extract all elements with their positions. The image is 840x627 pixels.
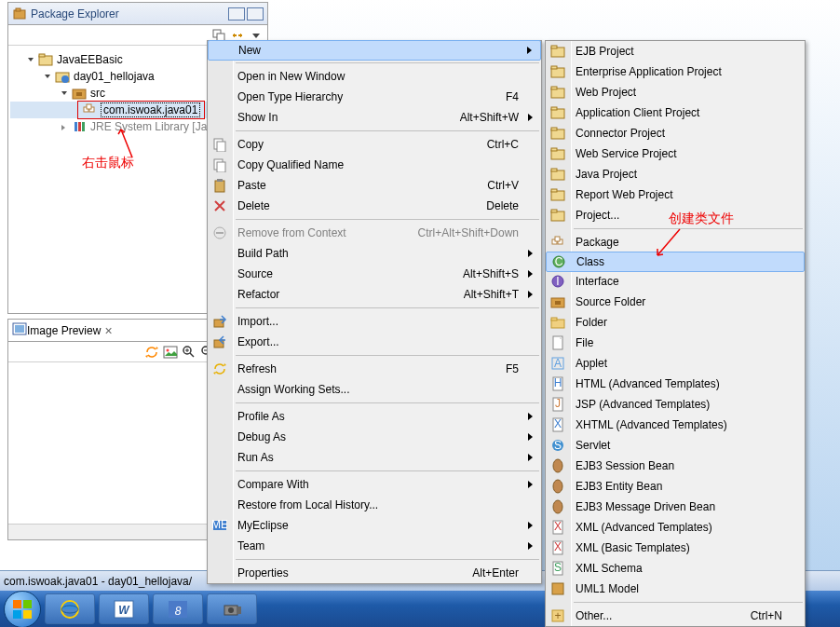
start-button[interactable] [4,591,41,628]
menu-item-delete[interactable]: DeleteDelete [208,196,541,216]
menu-separator [236,402,539,403]
menu-item-web-service-project[interactable]: Web Service Project [546,143,805,164]
svg-rect-42 [217,142,225,152]
refresh-icon [212,361,227,376]
taskbar-app8[interactable]: 8 [153,593,203,624]
menu-item-debug-as[interactable]: Debug As [208,427,541,447]
menu-item-xhtml-advanced-templates[interactable]: XXHTML (Advanced Templates) [546,415,805,435]
menu-item-label: MyEclipse [237,519,519,532]
folder-icon [550,315,565,330]
menu-item-refresh[interactable]: RefreshF5 [208,359,541,379]
menu-item-other[interactable]: +Other...Ctrl+N [546,606,805,626]
twisty-icon[interactable] [61,89,70,98]
twisty-icon[interactable] [27,55,36,64]
submenu-arrow-icon [528,250,534,257]
svg-text:I: I [556,275,559,288]
menu-item-report-web-project[interactable]: Report Web Project [546,184,805,205]
menu-item-new[interactable]: New [208,40,541,61]
project-icon [38,52,53,67]
menu-item-myeclipse[interactable]: MEMyEclipse [208,515,541,536]
maximize-button[interactable] [247,7,264,20]
submenu-arrow-icon [528,291,534,298]
menu-item-label: Web Service Project [576,147,782,160]
svg-rect-5 [39,54,45,57]
menu-item-label: Restore from Local History... [237,498,519,511]
status-text: com.iswoak.java01 - day01_hellojava/ [4,575,192,588]
menu-item-team[interactable]: Team [208,536,541,556]
menu-item-ejb-project[interactable]: EJB Project [546,41,805,61]
svg-rect-12 [87,104,91,109]
menu-item-java-project[interactable]: Java Project [546,164,805,184]
menu-item-open-in-new-window[interactable]: Open in New Window [208,66,541,87]
menu-shortcut: Alt+Enter [472,566,519,579]
taskbar-camera[interactable] [207,593,257,624]
submenu-arrow-icon [528,481,534,488]
close-icon[interactable]: × [104,323,112,338]
html-icon: H [550,376,565,391]
sync-icon[interactable] [144,345,159,360]
image-icon[interactable] [163,345,178,360]
menu-item-label: XML Schema [576,562,782,575]
menu-item-source-folder[interactable]: Source Folder [546,292,805,312]
menu-item-label: EJB3 Message Driven Bean [576,500,782,513]
menu-item-application-client-project[interactable]: Application Client Project [546,102,805,123]
taskbar-ie[interactable] [45,593,95,624]
minimize-button[interactable] [228,7,245,20]
proj-icon [550,167,565,182]
svg-rect-13 [75,122,77,131]
menu-item-jsp-advanced-templates[interactable]: JJSP (Advanced Templates) [546,394,805,415]
menu-item-run-as[interactable]: Run As [208,447,541,468]
twisty-icon[interactable] [44,72,53,81]
annotation-right-click: 右击鼠标 [82,155,134,171]
menu-item-html-advanced-templates[interactable]: HHTML (Advanced Templates) [546,374,805,394]
menu-item-properties[interactable]: PropertiesAlt+Enter [208,563,541,583]
class-icon: C [551,254,566,269]
menu-item-web-project[interactable]: Web Project [546,82,805,102]
menu-item-copy[interactable]: CopyCtrl+C [208,134,541,155]
menu-item-export[interactable]: Export... [208,332,541,352]
other-icon: + [550,608,565,623]
menu-item-profile-as[interactable]: Profile As [208,406,541,427]
menu-item-import[interactable]: Import... [208,311,541,332]
menu-item-connector-project[interactable]: Connector Project [546,123,805,143]
menu-item-ejb3-session-bean[interactable]: EJB3 Session Bean [546,456,805,476]
menu-item-compare-with[interactable]: Compare With [208,474,541,495]
menu-item-ejb3-message-driven-bean[interactable]: EJB3 Message Driven Bean [546,497,805,517]
svg-rect-40 [237,607,241,614]
svg-rect-45 [215,181,224,192]
menu-item-xml-advanced-templates[interactable]: XXML (Advanced Templates) [546,517,805,538]
menu-item-uml1-model[interactable]: UML1 Model [546,579,805,599]
menu-item-label: HTML (Advanced Templates) [576,377,782,390]
menu-item-label: Application Client Project [576,106,782,119]
menu-item-folder[interactable]: Folder [546,312,805,333]
menu-item-assign-working-sets[interactable]: Assign Working Sets... [208,379,541,400]
menu-item-label: Folder [576,316,782,329]
twisty-icon[interactable] [61,122,70,131]
copy-icon [212,137,227,152]
zoom-in-icon[interactable] [182,345,196,360]
menu-item-show-in[interactable]: Show InAlt+Shift+W [208,107,541,128]
menu-item-remove-from-context[interactable]: Remove from ContextCtrl+Alt+Shift+Down [208,223,541,243]
svg-rect-31 [23,610,32,619]
menu-item-ejb3-entity-bean[interactable]: EJB3 Entity Bean [546,476,805,497]
menu-item-enterprise-application-project[interactable]: Enterprise Application Project [546,61,805,82]
svg-text:X: X [554,520,562,533]
menu-item-applet[interactable]: AApplet [546,353,805,374]
menu-item-copy-qualified-name[interactable]: Copy Qualified Name [208,155,541,175]
menu-item-restore-from-local-history[interactable]: Restore from Local History... [208,495,541,515]
menu-item-source[interactable]: SourceAlt+Shift+S [208,264,541,284]
menu-item-xml-basic-templates[interactable]: XXML (Basic Templates) [546,538,805,558]
menu-item-build-path[interactable]: Build Path [208,243,541,264]
menu-item-xml-schema[interactable]: SXML Schema [546,558,805,579]
menu-item-file[interactable]: File [546,333,805,353]
annotation-arrow [652,227,689,265]
menu-item-label: XML (Advanced Templates) [576,521,782,534]
menu-item-servlet[interactable]: SServlet [546,435,805,456]
taskbar-word[interactable]: W [99,593,149,624]
menu-item-paste[interactable]: PasteCtrl+V [208,175,541,196]
menu-item-open-type-hierarchy[interactable]: Open Type HierarchyF4 [208,87,541,107]
menu-item-label: Open Type Hierarchy [237,90,506,103]
menu-item-interface[interactable]: IInterface [546,271,805,292]
menu-item-refactor[interactable]: RefactorAlt+Shift+T [208,284,541,305]
xml-icon: X [550,540,565,555]
